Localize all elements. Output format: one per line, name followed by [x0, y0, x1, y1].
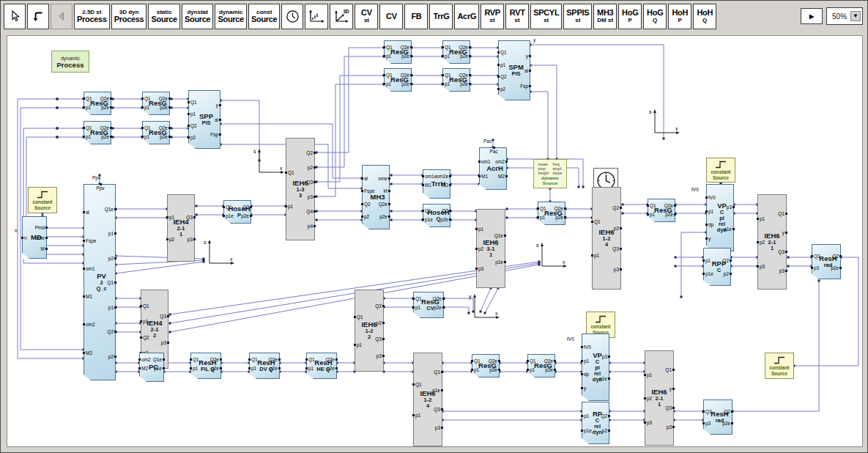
port[interactable] — [114, 232, 116, 235]
port[interactable] — [219, 133, 221, 136]
port[interactable] — [163, 367, 165, 369]
port[interactable] — [475, 248, 478, 250]
port[interactable] — [581, 430, 583, 432]
port[interactable] — [581, 387, 583, 389]
port[interactable] — [475, 268, 478, 270]
source-dynstat-button[interactable]: dynstatSource — [182, 4, 214, 29]
port[interactable] — [527, 360, 529, 362]
port[interactable] — [672, 426, 675, 428]
port[interactable] — [442, 83, 444, 85]
port[interactable] — [498, 369, 500, 371]
port[interactable] — [441, 408, 443, 410]
ieh6-1-2-4-lower[interactable]: IEH61-24Q1p1Q1p1eQ3p3 — [413, 353, 442, 446]
port[interactable] — [730, 273, 732, 275]
port[interactable] — [138, 358, 141, 361]
port[interactable] — [114, 356, 116, 358]
constant-source-4[interactable]: constantSource — [765, 353, 794, 379]
port[interactable] — [188, 101, 190, 103]
port[interactable] — [581, 360, 583, 362]
ieh6-2-1-1-upper[interactable]: IEH62-11p1p2p3Q1yQ3p3 — [757, 194, 787, 290]
port[interactable] — [672, 388, 675, 390]
port[interactable] — [644, 374, 646, 376]
port[interactable] — [114, 257, 116, 259]
axes-3d-button[interactable]: 3D — [330, 4, 353, 29]
port[interactable] — [285, 205, 287, 207]
port[interactable] — [388, 177, 390, 180]
port[interactable] — [732, 228, 735, 230]
wire[interactable] — [681, 232, 706, 297]
port[interactable] — [141, 106, 144, 108]
hoseh-p[interactable]: HoseHPQ1p1eQ2p2e — [223, 200, 251, 224]
select-tool-button[interactable] — [4, 4, 26, 29]
constant-source-2[interactable]: constantSource — [706, 158, 735, 183]
port[interactable] — [141, 97, 144, 100]
port[interactable] — [278, 367, 281, 369]
clock-element-button[interactable] — [281, 4, 303, 29]
port[interactable] — [361, 216, 363, 218]
port[interactable] — [449, 184, 451, 186]
port[interactable] — [83, 268, 85, 270]
port[interactable] — [449, 210, 451, 212]
port[interactable] — [702, 410, 705, 413]
pc-block[interactable]: PCom2M2Q1ep1e — [139, 353, 164, 382]
port[interactable] — [497, 64, 500, 66]
resh-fil-q[interactable]: ResHFIL QQ1p1Q2ep2e — [190, 353, 221, 379]
port[interactable] — [168, 97, 171, 100]
port[interactable] — [110, 106, 112, 108]
port[interactable] — [114, 281, 116, 284]
port[interactable] — [442, 298, 445, 300]
rpp-c[interactable]: RPPCp1p1eQ2p2 — [703, 248, 731, 286]
port[interactable] — [469, 55, 471, 57]
port[interactable] — [702, 422, 705, 424]
port[interactable] — [248, 367, 251, 369]
ieh6-2-1-1-lower[interactable]: IEH62-11p1p2p3Q1yQ3p3 — [645, 350, 674, 446]
port[interactable] — [188, 125, 190, 127]
vp-upper[interactable]: VPCplreldynfV0p1dpyp3p1e — [706, 184, 734, 251]
port[interactable] — [410, 83, 412, 85]
port[interactable] — [141, 127, 144, 129]
port[interactable] — [731, 422, 733, 424]
port[interactable] — [410, 55, 412, 57]
port[interactable] — [564, 216, 566, 218]
source-dynamic-button[interactable]: dynamicSource — [215, 4, 247, 29]
port[interactable] — [620, 227, 622, 229]
resg-top-3[interactable]: ResGQ1p1Q2ep2e — [384, 68, 412, 92]
port[interactable] — [608, 356, 610, 358]
port[interactable] — [591, 221, 593, 223]
resh-dv-q[interactable]: ResHDV QQ1p1Q2ep2e — [249, 353, 280, 379]
port[interactable] — [193, 238, 196, 240]
resh-he-q[interactable]: ResHHE QQ1p1Q2ep2e — [306, 353, 337, 379]
port[interactable] — [21, 237, 23, 239]
port[interactable] — [731, 410, 733, 413]
port[interactable] — [140, 336, 142, 339]
trrh-block[interactable]: TrrHom1eM1om2eM2 — [423, 169, 450, 199]
ieh6-1-2-4-upper[interactable]: IEH61-24Q1p1Q2p2Q3p3 — [592, 187, 621, 290]
port[interactable] — [504, 261, 506, 263]
resg-top-4[interactable]: ResGQ1p1Q2ep2e — [442, 68, 470, 92]
port[interactable] — [497, 76, 500, 78]
port[interactable] — [449, 218, 451, 221]
port[interactable] — [497, 51, 500, 54]
port[interactable] — [442, 46, 444, 48]
port[interactable] — [140, 320, 142, 323]
port[interactable] — [705, 224, 708, 226]
port[interactable] — [190, 367, 192, 369]
port[interactable] — [223, 215, 225, 217]
port[interactable] — [497, 88, 500, 90]
port[interactable] — [110, 97, 112, 100]
port[interactable] — [785, 232, 787, 234]
ieh6-1-2-2[interactable]: IEH61-22Q1p1Q2p2Q3p3 — [355, 290, 384, 372]
port[interactable] — [674, 213, 676, 216]
port[interactable] — [110, 136, 112, 138]
resg-bottom-1[interactable]: ResGQ1p1Q2ep2e — [472, 354, 500, 378]
undo-tool-button[interactable] — [27, 4, 49, 29]
wire[interactable] — [116, 262, 204, 273]
port[interactable] — [219, 104, 221, 106]
zoom-dropdown-arrow-icon[interactable]: ▼ — [850, 11, 861, 21]
port[interactable] — [412, 306, 415, 309]
zoom-select[interactable]: 50% ▼ — [826, 7, 863, 25]
port[interactable] — [382, 338, 385, 340]
wire[interactable] — [530, 45, 664, 139]
port[interactable] — [422, 210, 424, 212]
port[interactable] — [442, 55, 444, 57]
